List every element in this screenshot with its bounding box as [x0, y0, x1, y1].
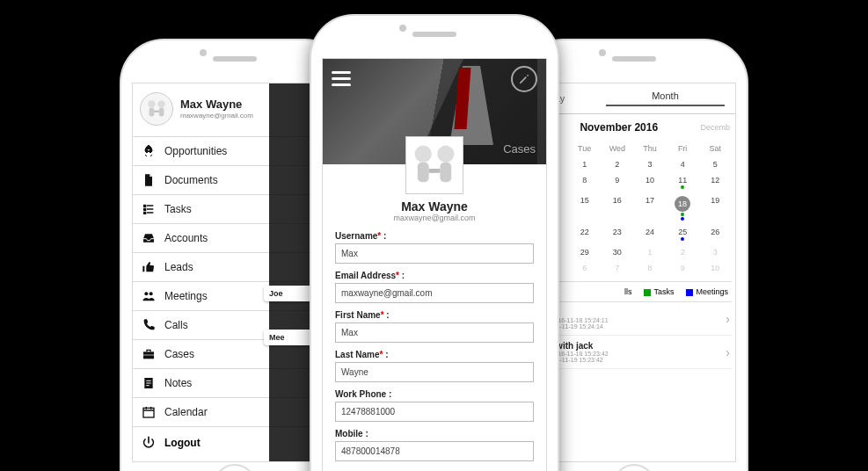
calendar-day[interactable]: 3	[699, 244, 732, 260]
calendar-day[interactable]: 25	[667, 224, 699, 244]
dow-header: Tue	[568, 141, 601, 156]
power-icon	[142, 436, 156, 450]
tab-underline	[606, 105, 725, 106]
legend-tasks: Tasks	[644, 287, 674, 296]
calendar-day[interactable]: 4	[667, 156, 699, 172]
document-icon	[142, 173, 156, 187]
event-item[interactable]: Talkate : 2016-11-18 15:24:11e : 2016-11…	[536, 302, 732, 336]
legend-calls: lls	[624, 287, 632, 296]
home-button[interactable]	[613, 464, 655, 471]
event-dot-icon	[681, 185, 684, 189]
shirt-graphic	[449, 66, 493, 145]
inbox-icon	[142, 231, 156, 245]
month-selector: November 2016 Decemb	[532, 114, 735, 141]
chevron-right-icon: ›	[726, 345, 730, 359]
calendar-day[interactable]: 15	[568, 192, 601, 224]
calendar-tabs: Today Month	[532, 83, 735, 114]
calendar-day[interactable]: 1	[633, 244, 666, 260]
tasks-icon	[142, 202, 156, 216]
home-button[interactable]	[214, 464, 256, 471]
event-dot-icon	[681, 213, 684, 216]
username-field[interactable]	[335, 243, 534, 264]
avatar	[140, 92, 173, 126]
svg-point-11	[437, 146, 454, 163]
calendar-day[interactable]: 5	[699, 156, 732, 172]
thumbs-up-icon	[142, 260, 156, 274]
calendar-legend: lls Tasks Meetings	[536, 282, 732, 302]
calendar-day[interactable]: 3	[633, 156, 666, 172]
last_name-label: Last Name* :	[335, 350, 534, 359]
logout-label: Logout	[164, 437, 201, 449]
dow-header: Thu	[633, 141, 666, 156]
center-device: Cases Max Wayne maxwayne@gmail.com Usern…	[311, 16, 558, 471]
hamburger-button[interactable]	[332, 68, 351, 90]
work_phone-label: Work Phone :	[335, 389, 534, 399]
calendar-day[interactable]: 29	[568, 244, 601, 260]
profile-form: Max Wayne maxwayne@gmail.com Username* :…	[323, 164, 546, 470]
calendar-day[interactable]: 22	[568, 224, 601, 244]
profile-screen: Cases Max Wayne maxwayne@gmail.com Usern…	[322, 58, 547, 471]
avatar[interactable]	[405, 136, 463, 194]
calendar-day[interactable]: 10	[633, 172, 666, 192]
tab-month[interactable]: Month	[595, 83, 735, 113]
event-item[interactable]: ting with jackate : 2016-11-18 15:23:42e…	[536, 336, 732, 369]
phone-icon	[142, 318, 156, 332]
svg-rect-13	[440, 163, 451, 182]
calendar-day[interactable]: 10	[699, 260, 732, 276]
event-title: ting with jack	[537, 341, 726, 351]
mobile-field[interactable]	[335, 441, 534, 461]
edit-button[interactable]	[511, 66, 537, 92]
calendar-day[interactable]: 16	[601, 192, 633, 224]
calendar-day[interactable]: 18	[667, 192, 699, 224]
current-month[interactable]: November 2016	[537, 121, 700, 134]
calendar-day[interactable]: 2	[601, 156, 633, 172]
profile-email: maxwayne@gmail.com	[180, 112, 253, 120]
display-email: maxwayne@gmail.com	[335, 214, 534, 222]
rocket-icon	[142, 144, 156, 158]
calendar-day[interactable]: 8	[568, 172, 601, 192]
email-field[interactable]	[335, 283, 534, 303]
svg-rect-3	[159, 108, 164, 117]
dow-header: Sat	[699, 141, 732, 156]
svg-rect-6	[143, 351, 154, 359]
mobile-label: Mobile :	[335, 429, 534, 438]
calendar-day[interactable]: 9	[667, 260, 699, 276]
calendar-day[interactable]: 12	[699, 172, 732, 192]
svg-rect-9	[143, 408, 154, 417]
svg-rect-7	[143, 355, 154, 356]
calendar-day[interactable]: 11	[667, 172, 699, 192]
last_name-field[interactable]	[335, 362, 534, 382]
calendar-day[interactable]: 26	[699, 224, 732, 244]
calendar-day[interactable]: 19	[699, 192, 732, 224]
event-dot-icon	[681, 237, 684, 241]
svg-rect-2	[150, 108, 155, 117]
device-earpiece	[412, 32, 456, 37]
calendar-day[interactable]: 6	[568, 260, 601, 276]
tab-label: Month	[652, 91, 679, 101]
calendar-day[interactable]: 1	[568, 156, 601, 172]
calendar-icon	[142, 405, 156, 419]
calendar-day[interactable]: 8	[633, 260, 666, 276]
svg-point-5	[150, 292, 153, 295]
work_phone-field[interactable]	[335, 402, 534, 422]
device-camera	[200, 49, 207, 56]
calendar-day[interactable]: 30	[601, 244, 633, 260]
first_name-field[interactable]	[335, 322, 534, 343]
display-name: Max Wayne	[335, 199, 534, 214]
calendar-day[interactable]: 9	[601, 172, 633, 192]
calendar-day[interactable]: 24	[633, 224, 666, 244]
calendar-day[interactable]: 17	[633, 192, 666, 224]
people-icon	[142, 289, 156, 303]
briefcase-icon	[142, 347, 156, 361]
legend-meetings: Meetings	[686, 287, 728, 296]
device-camera	[399, 25, 406, 32]
page-title: Cases	[503, 142, 536, 156]
dow-header: Fri	[667, 141, 699, 156]
dow-header: Wed	[601, 141, 633, 156]
calendar-day[interactable]: 23	[601, 224, 633, 244]
svg-point-4	[144, 292, 148, 295]
calendar-day[interactable]: 7	[601, 260, 633, 276]
svg-point-0	[148, 100, 155, 107]
calendar-day[interactable]: 2	[667, 244, 699, 260]
next-month[interactable]: Decemb	[700, 123, 730, 132]
